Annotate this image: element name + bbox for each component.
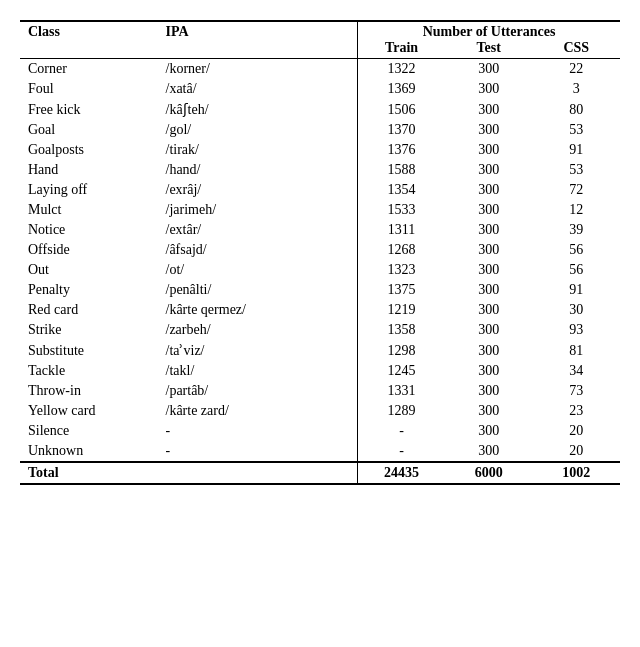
table-row: Out/ot/132330056 [20,260,620,280]
cell-test: 300 [445,401,533,421]
cell-ipa: /âfsajd/ [158,240,358,260]
cell-test: 300 [445,180,533,200]
table-row: Substitute/taʾviz/129830081 [20,340,620,361]
total-label: Total [20,462,158,484]
cell-class: Hand [20,160,158,180]
cell-ipa: - [158,421,358,441]
cell-ipa: /xatâ/ [158,79,358,99]
cell-train: 1506 [358,99,446,120]
cell-train: 1323 [358,260,446,280]
cell-class: Strike [20,320,158,340]
cell-ipa: /ot/ [158,260,358,280]
cell-class: Goalposts [20,140,158,160]
table-row: Red card/kârte qermez/121930030 [20,300,620,320]
cell-test: 300 [445,361,533,381]
cell-css: 30 [533,300,621,320]
cell-train: 1322 [358,59,446,80]
table-row: Unknown--30020 [20,441,620,462]
cell-css: 93 [533,320,621,340]
test-header: Test [445,40,533,59]
class-header: Class [20,21,158,40]
cell-ipa: /exrâj/ [158,180,358,200]
utterances-header: Number of Utterances [358,21,621,40]
cell-test: 300 [445,340,533,361]
cell-css: 72 [533,180,621,200]
cell-class: Substitute [20,340,158,361]
cell-class: Penalty [20,280,158,300]
table-row: Mulct/jarimeh/153330012 [20,200,620,220]
cell-css: 12 [533,200,621,220]
table-container: Class IPA Number of Utterances Train Tes… [20,20,620,485]
cell-css: 20 [533,441,621,462]
cell-test: 300 [445,120,533,140]
table-row: Corner/korner/132230022 [20,59,620,80]
table-row: Offside/âfsajd/126830056 [20,240,620,260]
cell-css: 56 [533,260,621,280]
table-row: Tackle/takl/124530034 [20,361,620,381]
cell-ipa: /hand/ [158,160,358,180]
cell-class: Out [20,260,158,280]
cell-test: 300 [445,381,533,401]
cell-ipa: - [158,441,358,462]
total-test: 6000 [445,462,533,484]
cell-css: 56 [533,240,621,260]
cell-css: 81 [533,340,621,361]
cell-test: 300 [445,220,533,240]
cell-test: 300 [445,320,533,340]
cell-class: Throw-in [20,381,158,401]
cell-train: 1358 [358,320,446,340]
cell-css: 91 [533,280,621,300]
table-row: Goalposts/tirak/137630091 [20,140,620,160]
total-train: 24435 [358,462,446,484]
cell-ipa: /partâb/ [158,381,358,401]
cell-class: Tackle [20,361,158,381]
table-row: Strike/zarbeh/135830093 [20,320,620,340]
cell-test: 300 [445,59,533,80]
cell-ipa: /gol/ [158,120,358,140]
train-header: Train [358,40,446,59]
table-footer: Total 24435 6000 1002 [20,462,620,484]
cell-class: Unknown [20,441,158,462]
cell-train: 1370 [358,120,446,140]
cell-css: 39 [533,220,621,240]
cell-test: 300 [445,441,533,462]
cell-train: 1376 [358,140,446,160]
css-header: CSS [533,40,621,59]
cell-ipa: /takl/ [158,361,358,381]
ipa-header: IPA [158,21,358,40]
cell-css: 23 [533,401,621,421]
table-row: Yellow card/kârte zard/128930023 [20,401,620,421]
cell-css: 53 [533,120,621,140]
cell-train: 1331 [358,381,446,401]
header-row-sub: Train Test CSS [20,40,620,59]
cell-css: 20 [533,421,621,441]
table-body: Corner/korner/132230022Foul/xatâ/1369300… [20,59,620,463]
cell-ipa: /taʾviz/ [158,340,358,361]
cell-ipa: /penâlti/ [158,280,358,300]
cell-train: - [358,441,446,462]
total-ipa [158,462,358,484]
cell-class: Notice [20,220,158,240]
table-row: Free kick/kâʃteh/150630080 [20,99,620,120]
cell-test: 300 [445,421,533,441]
cell-ipa: /kârte zard/ [158,401,358,421]
cell-test: 300 [445,140,533,160]
cell-class: Offside [20,240,158,260]
cell-class: Foul [20,79,158,99]
cell-test: 300 [445,260,533,280]
cell-class: Free kick [20,99,158,120]
table-row: Hand/hand/158830053 [20,160,620,180]
cell-train: 1311 [358,220,446,240]
table-row: Silence--30020 [20,421,620,441]
cell-train: - [358,421,446,441]
table-row: Penalty/penâlti/137530091 [20,280,620,300]
cell-css: 22 [533,59,621,80]
cell-test: 300 [445,99,533,120]
cell-ipa: /tirak/ [158,140,358,160]
table-row: Throw-in/partâb/133130073 [20,381,620,401]
cell-class: Corner [20,59,158,80]
cell-train: 1533 [358,200,446,220]
cell-class: Goal [20,120,158,140]
header-row-top: Class IPA Number of Utterances [20,21,620,40]
cell-class: Mulct [20,200,158,220]
